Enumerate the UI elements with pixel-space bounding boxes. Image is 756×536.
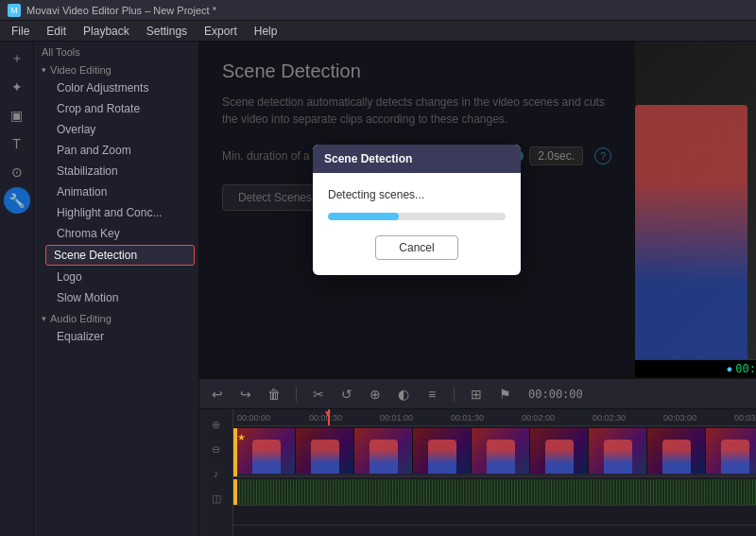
preview-person — [635, 105, 747, 359]
separator-2 — [454, 387, 455, 402]
sidebar-item-color-adjustments[interactable]: Color Adjustments — [42, 78, 198, 98]
timeline-scrollbar[interactable] — [233, 525, 756, 536]
audio-track — [233, 479, 756, 506]
all-tools-label: All Tools — [42, 46, 80, 58]
clip-3[interactable] — [354, 428, 413, 474]
sidebar-item-slow-motion[interactable]: Slow Motion — [42, 287, 198, 308]
audio-editing-label: Audio Editing — [50, 313, 112, 324]
sidebar-item-stabilization[interactable]: Stabilization — [42, 161, 198, 182]
toolbar-text-btn[interactable]: T — [4, 130, 30, 157]
list-button[interactable]: ≡ — [421, 384, 442, 405]
marker-4: 00:02:00 — [522, 413, 555, 423]
scene-detection-dialog: Scene Detection Detecting scenes... Canc… — [313, 145, 521, 275]
clip-4[interactable] — [413, 428, 472, 474]
menu-export[interactable]: Export — [197, 23, 245, 40]
marker-2: 00:01:00 — [380, 413, 413, 423]
cut-button[interactable]: ✂ — [308, 384, 329, 405]
content-area: Scene Detection Scene detection automati… — [199, 42, 634, 377]
sidebar-item-animation[interactable]: Animation — [42, 182, 198, 202]
clip-person-9 — [721, 440, 749, 474]
timeline-toolbar: ↩ ↪ 🗑 ✂ ↺ ⊕ ◐ ≡ ⊞ ⚑ 00:00:00 — [199, 379, 756, 409]
clip-5[interactable] — [472, 428, 530, 474]
main-layout: ＋ ✦ ▣ T ⊙ 🔧 All Tools ▾ Video Editing Co… — [0, 42, 756, 536]
progress-bar — [328, 213, 506, 220]
separator-1 — [296, 387, 297, 402]
clip-person-8 — [662, 440, 691, 474]
sidebar-item-chroma-key[interactable]: Chroma Key — [42, 223, 198, 244]
sidebar-audio-editing-section[interactable]: ▾ Audio Editing — [34, 308, 198, 326]
clip-8[interactable] — [647, 428, 706, 474]
timeline-left-panel: ⊕ ⊖ ♪ ◫ — [199, 409, 233, 536]
sidebar-audio-sub: Equalizer — [34, 326, 198, 347]
clip-7[interactable] — [589, 428, 647, 474]
clip-2[interactable] — [296, 428, 354, 474]
tl-side-vol-btn[interactable]: ♪ — [205, 462, 228, 485]
clip-person-7 — [604, 440, 632, 474]
track-area: ★ — [233, 426, 756, 525]
delete-button[interactable]: 🗑 — [264, 384, 284, 405]
clip-person-4 — [428, 440, 456, 474]
clip-row — [237, 428, 756, 474]
menu-bar: File Edit Playback Settings Export Help — [0, 21, 756, 42]
redo-button[interactable]: ↪ — [235, 384, 256, 405]
title-bar: M Movavi Video Editor Plus – New Project… — [0, 0, 756, 21]
cancel-button[interactable]: Cancel — [375, 235, 457, 260]
sidebar-all-tools[interactable]: All Tools — [34, 42, 198, 60]
crop-button[interactable]: ⊕ — [365, 384, 386, 405]
toolbar-filter-btn[interactable]: ▣ — [4, 102, 30, 129]
detecting-text: Detecting scenes... — [328, 188, 506, 201]
marker-3: 00:01:30 — [451, 413, 484, 423]
playhead[interactable] — [328, 409, 330, 425]
section-arrow-icon: ▾ — [42, 65, 46, 75]
clip-9[interactable] — [706, 428, 756, 474]
sidebar-item-overlay[interactable]: Overlay — [42, 119, 198, 140]
app-title: Movavi Video Editor Plus – New Project * — [26, 5, 216, 16]
preview-image: THE NERD LIFE — [635, 42, 756, 359]
toolbar-add-btn[interactable]: ＋ — [4, 45, 30, 72]
menu-help[interactable]: Help — [247, 23, 285, 40]
video-editing-label: Video Editing — [50, 64, 112, 76]
left-toolbar: ＋ ✦ ▣ T ⊙ 🔧 — [0, 42, 34, 536]
marker-0: 00:00:00 — [237, 413, 270, 423]
timeline-area: ↩ ↪ 🗑 ✂ ↺ ⊕ ◐ ≡ ⊞ ⚑ 00:00:00 ⊕ ⊖ ♪ — [199, 377, 756, 536]
sidebar-item-crop-rotate[interactable]: Crop and Rotate — [42, 98, 198, 119]
toolbar-star-btn[interactable]: ✦ — [4, 74, 30, 100]
clip-person-3 — [369, 440, 398, 474]
flag-button[interactable]: ⚑ — [494, 384, 515, 405]
clip-person-1 — [252, 440, 281, 474]
progress-fill — [328, 213, 399, 220]
sidebar-video-editing-section[interactable]: ▾ Video Editing — [34, 60, 198, 78]
marker-7: 00:03:30 — [734, 413, 756, 423]
sidebar-item-highlight[interactable]: Highlight and Conc... — [42, 202, 198, 223]
time-ruler: 00:00:00 00:00:30 00:01:00 00:01:30 00:0… — [233, 409, 756, 426]
sidebar-item-pan-zoom[interactable]: Pan and Zoom — [42, 140, 198, 161]
menu-file[interactable]: File — [4, 23, 37, 40]
timecode-dot: ● — [727, 365, 731, 373]
menu-playback[interactable]: Playback — [76, 23, 137, 40]
menu-settings[interactable]: Settings — [139, 23, 195, 40]
sidebar-item-logo[interactable]: Logo — [42, 267, 198, 287]
clip-person-5 — [487, 440, 515, 474]
menu-edit[interactable]: Edit — [39, 23, 74, 40]
tl-side-zoom-out-btn[interactable]: ⊖ — [205, 438, 228, 460]
undo-button[interactable]: ↩ — [207, 384, 228, 405]
video-track: ★ — [233, 428, 756, 477]
timeline-content: ⊕ ⊖ ♪ ◫ 00:00:00 00:00:30 00:01:00 00:01… — [199, 409, 756, 536]
sidebar-item-equalizer[interactable]: Equalizer — [42, 326, 198, 347]
timeline-tracks: 00:00:00 00:00:30 00:01:00 00:01:30 00:0… — [233, 409, 756, 536]
clip-1[interactable] — [237, 428, 296, 474]
grid-button[interactable]: ⊞ — [466, 384, 487, 405]
content-preview-row: Scene Detection Scene detection automati… — [199, 42, 756, 377]
color-button[interactable]: ◐ — [393, 384, 414, 405]
dialog-overlay: Scene Detection Detecting scenes... Canc… — [199, 42, 634, 377]
sidebar-item-scene-detection[interactable]: Scene Detection — [45, 245, 195, 266]
tl-side-zoom-btn[interactable]: ⊕ — [205, 413, 228, 436]
marker-6: 00:03:00 — [663, 413, 696, 423]
clip-6[interactable] — [530, 428, 589, 474]
toolbar-wrench-btn[interactable]: 🔧 — [4, 187, 30, 214]
clip-person-2 — [311, 440, 339, 474]
toolbar-clock-btn[interactable]: ⊙ — [4, 159, 30, 185]
time-display-start: 00:00:00 — [523, 388, 589, 401]
rotate-button[interactable]: ↺ — [336, 384, 357, 405]
tl-side-mute-btn[interactable]: ◫ — [205, 487, 228, 510]
